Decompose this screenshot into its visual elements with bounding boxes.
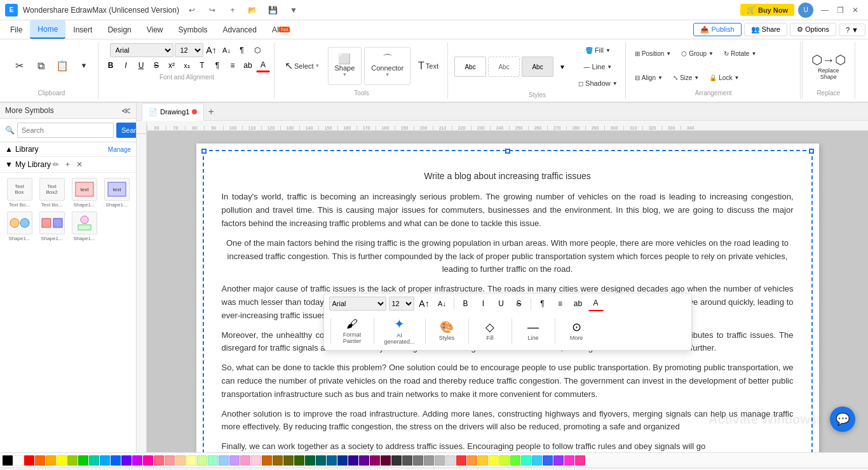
font-size-select[interactable]: 12 — [175, 43, 203, 57]
ft-align-btn[interactable]: ≡ — [553, 296, 568, 311]
ft-underline-btn[interactable]: U — [494, 296, 509, 311]
color-swatch[interactable] — [575, 455, 585, 466]
ft-strike-btn[interactable]: S — [512, 296, 527, 311]
color-swatch[interactable] — [67, 455, 78, 466]
style-sample-3[interactable]: Abc — [522, 57, 553, 77]
color-swatch[interactable] — [132, 455, 142, 466]
paragraph-btn[interactable]: ¶ — [235, 43, 249, 57]
drawing-tab[interactable]: 📄 Drawing1 — [142, 103, 204, 121]
color-swatch[interactable] — [240, 455, 250, 466]
undo-btn[interactable]: ↩ — [184, 4, 200, 17]
replace-shape-btn[interactable]: ⬡→⬡ ReplaceShape — [806, 47, 851, 85]
my-library-add-btn[interactable]: + — [64, 159, 72, 170]
line-style-btn[interactable]: — Line ▼ — [574, 60, 621, 74]
cut-btn[interactable]: ✂ — [9, 59, 29, 73]
list-item[interactable]: TextBox Text Bo... — [5, 178, 34, 208]
menu-item-symbols[interactable]: Symbols — [171, 20, 215, 39]
color-swatch[interactable] — [143, 455, 153, 466]
ft-font-dec-btn[interactable]: A↓ — [435, 296, 450, 311]
select-btn[interactable]: ↖ Select ▼ — [280, 53, 325, 79]
my-library-close-btn[interactable]: ✕ — [74, 159, 85, 170]
list-item[interactable]: text Shape1... — [70, 178, 98, 208]
superscript-btn[interactable]: x² — [165, 58, 179, 72]
color-swatch[interactable] — [154, 455, 164, 466]
paste-btn[interactable]: 📋 — [52, 59, 72, 73]
options-btn[interactable]: ⚙ Options — [790, 23, 836, 36]
line-action-btn[interactable]: — Line — [516, 318, 551, 344]
color-swatch[interactable] — [24, 455, 34, 466]
color-swatch[interactable] — [229, 455, 240, 466]
color-swatch[interactable] — [456, 455, 466, 466]
color-swatch[interactable] — [424, 455, 434, 466]
list-btn[interactable]: ¶ — [210, 58, 224, 72]
color-swatch[interactable] — [359, 455, 369, 466]
color-swatch[interactable] — [370, 455, 380, 466]
color-swatch[interactable] — [57, 455, 67, 466]
text-color-btn[interactable]: A — [256, 58, 270, 72]
color-swatch[interactable] — [111, 455, 121, 466]
fill-action-btn[interactable]: ◇ Fill — [473, 318, 508, 344]
group-btn[interactable]: ⬡ Group ▼ — [677, 48, 717, 59]
color-swatch[interactable] — [3, 455, 13, 466]
color-swatch[interactable] — [165, 455, 175, 466]
color-swatch[interactable] — [381, 455, 391, 466]
ai-generated-btn[interactable]: ✦ AIgenerated... — [378, 314, 421, 347]
save-btn[interactable]: 💾 — [266, 4, 281, 17]
ft-color-btn[interactable]: A — [588, 296, 604, 311]
menu-item-design[interactable]: Design — [100, 20, 139, 39]
manage-link[interactable]: Manage — [108, 146, 131, 153]
menu-item-advanced[interactable]: Advanced — [215, 20, 264, 39]
new-btn[interactable]: + — [225, 4, 240, 17]
font-size-decrease-btn[interactable]: A↓ — [220, 43, 234, 57]
color-swatch[interactable] — [316, 455, 326, 466]
close-btn[interactable]: ✕ — [848, 4, 863, 17]
ft-font-select[interactable]: Arial — [329, 297, 386, 311]
list-item[interactable]: Shape1... — [5, 211, 34, 241]
color-swatch[interactable] — [543, 455, 553, 466]
share-btn[interactable]: 👥 Share — [744, 23, 787, 36]
canvas-scroll-area[interactable]: Write a blog about increasing traffic is… — [147, 131, 868, 452]
bold-btn[interactable]: B — [104, 58, 118, 72]
buy-now-button[interactable]: 🛒 Buy Now — [740, 4, 794, 16]
list-item[interactable]: Shape1... — [70, 211, 98, 241]
publish-btn[interactable]: 📤 Publish — [693, 23, 741, 36]
color-swatch[interactable] — [78, 455, 88, 466]
help-btn[interactable]: ? ▼ — [839, 24, 865, 36]
style-sample-1[interactable]: Abc — [454, 57, 486, 77]
color-swatch[interactable] — [510, 455, 520, 466]
connector-btn[interactable]: ⌒ Connector ▼ — [364, 47, 410, 85]
menu-item-home[interactable]: Home — [30, 20, 65, 39]
shadow-btn[interactable]: ◻ Shadow ▼ — [574, 76, 621, 90]
more-action-btn[interactable]: ⊙ More — [559, 318, 594, 344]
ft-highlight-btn[interactable]: ab — [571, 296, 586, 311]
align-layout-btn[interactable]: ⊟ Align ▼ — [631, 72, 667, 83]
color-swatch[interactable] — [532, 455, 542, 466]
menu-item-insert[interactable]: Insert — [65, 20, 100, 39]
library-section[interactable]: ▲ Library Manage — [0, 142, 136, 157]
color-swatch[interactable] — [294, 455, 304, 466]
maximize-btn[interactable]: ❐ — [832, 4, 848, 17]
color-swatch[interactable] — [35, 455, 45, 466]
strikethrough-btn[interactable]: S — [149, 58, 163, 72]
add-tab-btn[interactable]: + — [204, 106, 217, 117]
lock-btn[interactable]: 🔒 Lock ▼ — [705, 72, 743, 83]
color-swatch[interactable] — [283, 455, 294, 466]
color-swatch[interactable] — [273, 455, 283, 466]
color-swatch[interactable] — [445, 455, 456, 466]
style-sample-2[interactable]: Abc — [488, 57, 520, 77]
menu-item-ai[interactable]: AI hot — [264, 20, 297, 39]
styles-btn[interactable]: 🎨 Styles — [430, 318, 465, 344]
list-item[interactable]: TextBox2 Text Bo... — [37, 178, 66, 208]
italic-btn[interactable]: I — [119, 58, 133, 72]
rotate-btn[interactable]: ↻ Rotate ▼ — [720, 48, 760, 59]
fill-btn[interactable]: 🪣 Fill ▼ — [574, 43, 621, 57]
text-effect-btn[interactable]: T — [195, 58, 209, 72]
color-swatch[interactable] — [489, 455, 499, 466]
more-btn[interactable]: ▼ — [286, 4, 301, 17]
color-swatch[interactable] — [478, 455, 488, 466]
color-swatch[interactable] — [348, 455, 358, 466]
color-swatch[interactable] — [100, 455, 110, 466]
color-swatch[interactable] — [305, 455, 315, 466]
expand-font-btn[interactable]: ⬡ — [250, 43, 264, 57]
color-swatch[interactable] — [413, 455, 423, 466]
